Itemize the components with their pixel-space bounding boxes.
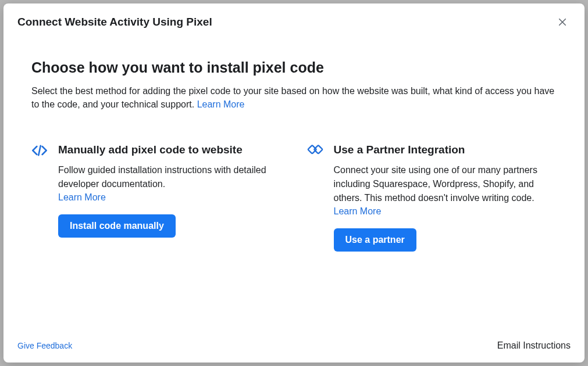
option-partner-title: Use a Partner Integration [334,142,557,157]
page-subtext: Select the best method for adding the pi… [31,84,557,111]
email-instructions-link[interactable]: Email Instructions [497,340,571,351]
modal-title: Connect Website Activity Using Pixel [17,16,212,28]
option-partner-desc: Connect your site using one of our many … [334,163,557,205]
modal-body: Choose how you want to install pixel cod… [3,36,585,332]
handshake-icon [307,142,323,252]
modal-footer: Give Feedback Email Instructions [3,332,585,363]
svg-rect-3 [308,145,316,154]
code-icon [31,142,48,252]
give-feedback-link[interactable]: Give Feedback [17,341,72,350]
option-manual: Manually add pixel code to website Follo… [31,142,281,252]
option-partner-content: Use a Partner Integration Connect your s… [334,142,557,252]
close-icon [557,17,568,27]
option-manual-content: Manually add pixel code to website Follo… [58,142,281,252]
option-partner-learn-more[interactable]: Learn More [334,206,382,217]
install-manually-button[interactable]: Install code manually [58,214,176,238]
page-heading: Choose how you want to install pixel cod… [31,59,557,76]
option-partner: Use a Partner Integration Connect your s… [307,142,557,252]
option-manual-learn-more[interactable]: Learn More [58,192,106,203]
option-manual-desc: Follow guided installation instructions … [58,163,281,191]
learn-more-link[interactable]: Learn More [197,99,245,109]
install-options: Manually add pixel code to website Follo… [31,142,557,252]
subtext-text: Select the best method for adding the pi… [31,86,554,109]
pixel-install-modal: Connect Website Activity Using Pixel Cho… [3,3,585,363]
svg-rect-4 [313,145,322,154]
svg-line-2 [38,146,41,155]
use-partner-button[interactable]: Use a partner [334,228,416,252]
modal-header: Connect Website Activity Using Pixel [3,3,585,36]
close-button[interactable] [554,14,571,30]
option-manual-title: Manually add pixel code to website [58,142,281,157]
